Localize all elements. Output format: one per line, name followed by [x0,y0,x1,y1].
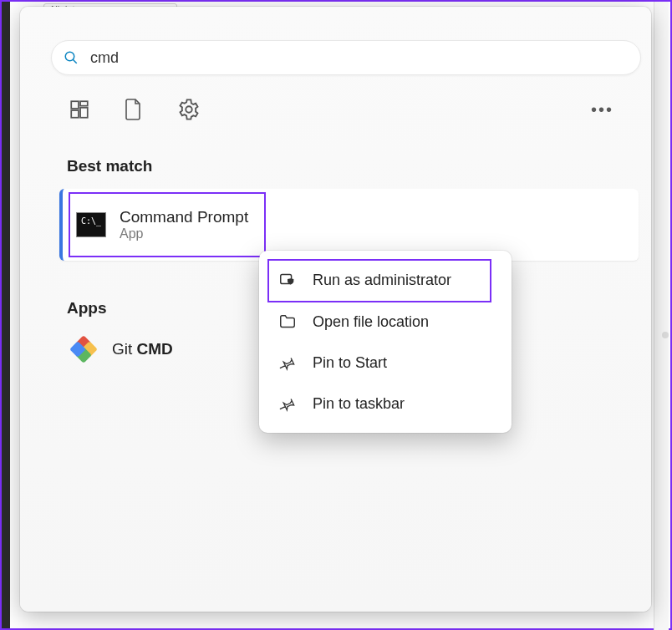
section-apps: Apps [67,299,107,318]
svg-line-1 [73,59,77,64]
app-result-git-cmd[interactable]: Git CMD [72,338,173,361]
section-best-match: Best match [67,157,152,175]
context-pin-to-taskbar[interactable]: Pin to taskbar [259,384,512,424]
context-label: Open file location [313,313,429,331]
background-sidebar-strip [654,2,669,630]
context-label: Pin to taskbar [313,395,405,413]
more-options-button[interactable]: ••• [591,100,620,119]
context-label: Run as administrator [313,272,451,289]
command-prompt-icon: C:\_ [76,212,106,237]
svg-rect-3 [80,101,88,105]
pin-icon [277,355,298,372]
folder-icon [277,312,298,331]
svg-rect-2 [71,101,79,109]
shield-admin-icon [277,271,298,289]
best-match-subtitle: App [120,226,248,241]
start-search-panel: ••• Best match C:\_ Command Prompt App A… [20,7,651,612]
svg-point-6 [186,106,191,112]
context-run-as-administrator[interactable]: Run as administrator [259,259,512,301]
pin-icon [277,396,298,413]
apps-filter-icon[interactable] [69,99,90,120]
git-cmd-icon [72,338,95,361]
search-icon [64,50,79,65]
svg-point-0 [65,52,74,61]
strip-dot [662,332,669,338]
context-open-file-location[interactable]: Open file location [259,301,512,343]
svg-rect-5 [71,110,79,118]
search-input[interactable] [79,49,640,67]
filter-bar: ••• [69,90,620,129]
documents-filter-icon[interactable] [124,98,144,121]
context-label: Pin to Start [313,354,387,372]
context-pin-to-start[interactable]: Pin to Start [259,343,512,384]
svg-rect-4 [80,108,88,118]
context-menu: Run as administrator Open file location … [259,251,512,433]
best-match-title: Command Prompt [120,208,248,226]
app-result-label: Git CMD [112,340,173,358]
screenshot-frame: All dates ⌄ [0,0,672,630]
search-box[interactable] [51,40,641,75]
settings-filter-icon[interactable] [177,98,201,121]
